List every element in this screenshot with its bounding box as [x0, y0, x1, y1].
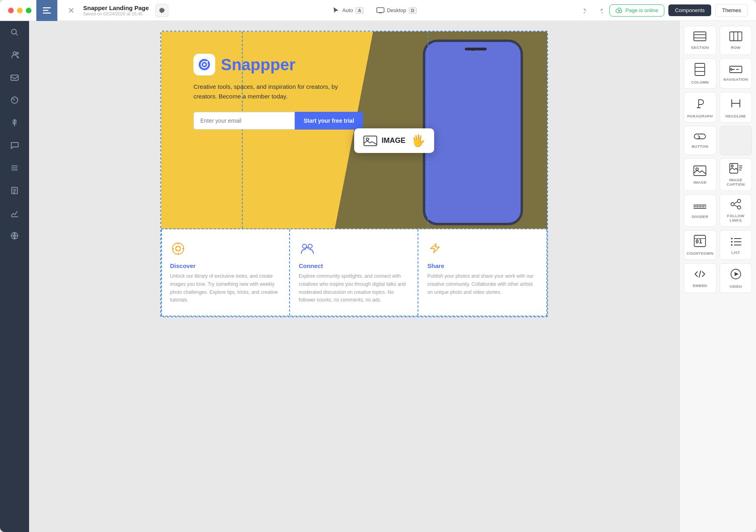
component-button[interactable]: BUTTON	[684, 126, 716, 155]
sidebar-toggle-btn[interactable]	[36, 0, 57, 21]
row-svg-icon	[729, 31, 743, 42]
component-empty	[720, 126, 752, 155]
brand-logo: Snappper	[193, 54, 363, 75]
row-icon	[729, 31, 743, 43]
sidebar-item-globe[interactable]	[0, 224, 29, 247]
discover-icon-wrap	[170, 241, 280, 258]
svg-point-33	[731, 69, 732, 70]
connect-title: Connect	[299, 262, 409, 269]
sidebar-item-chart[interactable]	[0, 202, 29, 224]
close-editor-btn[interactable]: ✕	[65, 5, 77, 16]
sidebar	[0, 21, 29, 532]
navigation-svg-icon	[729, 65, 743, 73]
component-divider[interactable]: DIVIDER	[684, 194, 716, 227]
svg-line-48	[734, 202, 737, 203]
button-label: BUTTON	[692, 144, 708, 149]
titlebar: ✕ Snapper Landing Page Saved on 02/24/20…	[0, 0, 756, 21]
sidebar-item-analytics[interactable]	[0, 89, 29, 111]
svg-point-14	[206, 61, 208, 63]
fullscreen-window-btn[interactable]	[26, 8, 32, 13]
navigation-icon	[729, 65, 743, 75]
page-online-btn[interactable]: Page is online	[609, 4, 665, 17]
component-embed[interactable]: EMBED	[684, 263, 716, 293]
chart-icon	[10, 209, 19, 218]
component-follow-links[interactable]: FOLLOW LINKS	[720, 194, 752, 227]
auto-label: Auto	[342, 7, 353, 13]
hero-form: Start your free trial	[193, 112, 363, 130]
features-section: Discover Unlock our library of exclusive…	[161, 229, 547, 316]
component-navigation[interactable]: NAVIGATION	[720, 58, 752, 89]
cta-button[interactable]: Start your free trial	[295, 112, 363, 130]
image-tooltip-label: IMAGE	[382, 136, 405, 145]
menu-icon	[43, 7, 51, 14]
image-caption-label: IMAGE CAPTION	[722, 178, 749, 186]
component-section[interactable]: SECTION	[684, 26, 716, 55]
brand-icon-bg	[193, 54, 215, 75]
canvas-wrapper: Snappper Creative tools, spaces, and ins…	[160, 31, 548, 317]
app-window: ✕ Snapper Landing Page Saved on 02/24/20…	[0, 0, 756, 532]
component-row[interactable]: ROW	[720, 26, 752, 55]
paragraph-icon	[694, 96, 706, 112]
email-input[interactable]	[193, 112, 295, 130]
brand-icon	[197, 58, 211, 71]
search-icon	[10, 28, 19, 37]
sidebar-item-list[interactable]	[0, 157, 29, 179]
discover-icon	[170, 241, 186, 257]
embed-svg-icon	[693, 268, 706, 280]
connect-icon-wrap	[299, 241, 409, 258]
redo-btn[interactable]	[594, 5, 605, 16]
page-saved: Saved on 02/24/2020 at 15:45	[83, 11, 149, 16]
svg-point-6	[17, 52, 19, 54]
svg-line-49	[734, 205, 737, 207]
component-video[interactable]: VIDEO	[720, 263, 752, 293]
section-svg-icon	[693, 31, 707, 42]
navigation-label: NAVIGATION	[723, 77, 748, 82]
headline-svg-icon	[730, 96, 742, 110]
column-svg-icon	[694, 63, 706, 76]
sidebar-item-email[interactable]	[0, 66, 29, 89]
messages-icon	[10, 141, 19, 150]
feature-share: Share Publish your photos and share your…	[418, 229, 547, 316]
sidebar-item-messages[interactable]	[0, 134, 29, 157]
component-countdown[interactable]: 01 COUNTDOWN	[684, 230, 716, 260]
sidebar-item-search[interactable]	[0, 21, 29, 44]
paragraph-label: PARAGRAPH	[687, 114, 713, 118]
components-tab-btn[interactable]: Components	[668, 4, 711, 16]
pages-icon	[10, 186, 19, 195]
themes-tab-btn[interactable]: Themes	[715, 4, 748, 17]
section-label: SECTION	[691, 45, 709, 50]
components-panel: SECTION ROW	[679, 21, 756, 532]
hero-section: Snappper Creative tools, spaces, and ins…	[161, 31, 547, 229]
desktop-view-btn[interactable]: Desktop D	[376, 7, 417, 14]
button-icon	[693, 132, 707, 142]
share-icon-wrap	[427, 241, 538, 258]
settings-btn[interactable]	[155, 4, 168, 17]
undo-btn[interactable]	[581, 5, 592, 16]
follow-links-label: FOLLOW LINKS	[722, 214, 749, 222]
minimize-window-btn[interactable]	[17, 8, 23, 13]
component-headline[interactable]: HEADLINE	[720, 92, 752, 123]
component-image[interactable]: IMAGE	[684, 158, 716, 191]
sidebar-item-pages[interactable]	[0, 179, 29, 202]
components-grid: SECTION ROW	[684, 26, 752, 293]
close-window-btn[interactable]	[8, 8, 14, 13]
svg-point-16	[366, 138, 369, 140]
component-image-caption[interactable]: IMAGE CAPTION	[720, 158, 752, 191]
auto-view-btn[interactable]: Auto A	[332, 7, 363, 14]
connect-text: Explore community spotlights, and connec…	[299, 272, 409, 304]
sidebar-item-audience[interactable]	[0, 44, 29, 66]
svg-point-13	[203, 63, 206, 66]
feature-connect: Connect Explore community spotlights, an…	[290, 229, 419, 316]
view-mode-controls: Auto A Desktop D	[175, 7, 575, 14]
email-icon	[10, 73, 19, 82]
component-column[interactable]: COLUMN	[684, 58, 716, 89]
list-svg-icon	[730, 235, 742, 247]
sidebar-item-dollar[interactable]	[0, 111, 29, 134]
svg-point-55	[731, 241, 733, 243]
svg-rect-30	[730, 66, 742, 73]
list-icon	[10, 163, 19, 172]
component-list[interactable]: LIST	[720, 230, 752, 260]
share-icon	[427, 241, 443, 257]
component-paragraph[interactable]: PARAGRAPH	[684, 92, 716, 123]
svg-point-45	[731, 203, 734, 206]
